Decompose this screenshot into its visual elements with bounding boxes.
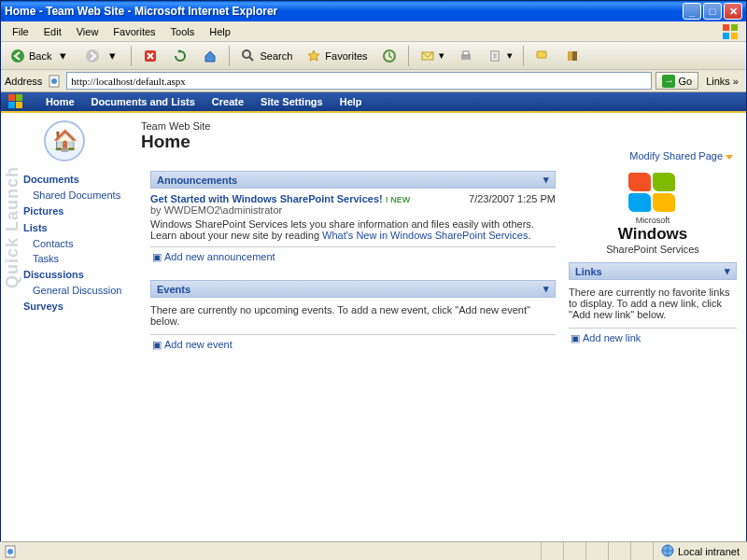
- plus-icon: ▣: [152, 339, 162, 350]
- side-column: Microsoft Windows SharePoint Services Li…: [569, 171, 737, 533]
- nav-documents-lists[interactable]: Documents and Lists: [92, 96, 195, 107]
- modify-shared-page[interactable]: Modify Shared Page: [629, 150, 733, 161]
- svg-point-4: [11, 49, 24, 63]
- page-status-icon: [4, 545, 17, 558]
- ie-logo-icon: [718, 21, 742, 42]
- search-icon: [240, 48, 257, 64]
- webpart-menu-icon[interactable]: ▾: [543, 283, 549, 295]
- svg-point-7: [243, 50, 250, 58]
- plus-icon: ▣: [152, 251, 162, 262]
- nav-home[interactable]: Home: [46, 96, 75, 107]
- svg-rect-16: [572, 51, 577, 61]
- new-badge: ! NEW: [386, 195, 411, 204]
- address-input[interactable]: [66, 72, 652, 90]
- svg-rect-19: [8, 94, 15, 101]
- minimize-button[interactable]: _: [683, 3, 701, 20]
- close-button[interactable]: ✕: [724, 3, 742, 20]
- svg-rect-2: [723, 33, 729, 39]
- menu-edit[interactable]: Edit: [36, 24, 69, 39]
- forward-button[interactable]: ▾: [79, 45, 125, 67]
- research-button[interactable]: [559, 45, 585, 67]
- svg-point-5: [86, 49, 99, 63]
- webpart-title-events: Events ▾: [150, 280, 556, 298]
- svg-rect-15: [568, 51, 572, 61]
- nav-create[interactable]: Create: [212, 96, 244, 107]
- plus-icon: ▣: [571, 332, 580, 343]
- brand-microsoft: Microsoft: [569, 216, 737, 225]
- status-cell: [608, 542, 630, 560]
- status-cell: [541, 542, 563, 560]
- status-cell: [630, 542, 653, 560]
- history-button[interactable]: [376, 45, 402, 67]
- links-menu[interactable]: Links »: [702, 76, 742, 87]
- menu-help[interactable]: Help: [202, 24, 238, 39]
- ql-contacts[interactable]: Contacts: [23, 236, 135, 251]
- webpart-title-links: Links ▾: [569, 262, 737, 280]
- refresh-button[interactable]: [167, 45, 193, 67]
- add-announcement[interactable]: ▣Add new announcement: [150, 246, 556, 267]
- go-icon: →: [662, 75, 675, 88]
- stop-icon: [142, 48, 159, 64]
- stop-button[interactable]: [137, 45, 163, 67]
- announcement-date: 7/23/2007 1:25 PM: [469, 193, 556, 204]
- status-cell: [585, 542, 608, 560]
- favorites-button[interactable]: Favorites: [301, 45, 372, 67]
- ql-discussions[interactable]: Discussions: [23, 266, 135, 283]
- mail-button[interactable]: ▾: [415, 45, 449, 67]
- separator: [229, 46, 230, 66]
- maximize-button[interactable]: □: [703, 3, 722, 20]
- webpart-menu-icon[interactable]: ▾: [543, 174, 549, 186]
- add-link[interactable]: ▣Add new link: [569, 328, 737, 348]
- menu-tools[interactable]: Tools: [163, 24, 203, 39]
- separator: [523, 46, 524, 66]
- dropdown-icon: ▾: [104, 48, 120, 64]
- home-button[interactable]: [197, 45, 223, 67]
- ql-tasks[interactable]: Tasks: [23, 251, 135, 266]
- svg-point-24: [7, 549, 13, 554]
- ql-surveys[interactable]: Surveys: [23, 298, 135, 315]
- back-button[interactable]: Back ▾: [5, 45, 76, 67]
- svg-rect-22: [16, 102, 22, 108]
- print-button[interactable]: [453, 45, 479, 67]
- announcement-body: Windows SharePoint Services lets you sha…: [150, 218, 556, 241]
- address-bar: Address → Go Links »: [1, 70, 746, 92]
- search-button[interactable]: Search: [235, 45, 297, 67]
- main-content: Quick Launch Documents Shared Documents …: [1, 167, 746, 537]
- announcement-title[interactable]: Get Started with Windows SharePoint Serv…: [150, 193, 383, 204]
- sharepoint-nav: Home Documents and Lists Create Site Set…: [1, 92, 746, 113]
- ql-documents[interactable]: Documents: [23, 171, 135, 188]
- security-zone[interactable]: Local intranet: [653, 542, 747, 560]
- menu-view[interactable]: View: [69, 24, 106, 39]
- discuss-button[interactable]: [529, 45, 556, 67]
- nav-site-settings[interactable]: Site Settings: [261, 96, 323, 107]
- windows-flag-icon: [627, 171, 679, 214]
- svg-rect-12: [463, 51, 469, 55]
- go-label: Go: [678, 76, 692, 87]
- edit-button[interactable]: ▾: [483, 45, 517, 67]
- separator: [131, 46, 132, 66]
- ql-pictures[interactable]: Pictures: [23, 203, 135, 219]
- quick-launch-label: Quick Launch: [3, 166, 22, 288]
- menu-bar: File Edit View Favorites Tools Help: [1, 21, 746, 42]
- ql-shared-documents[interactable]: Shared Documents: [23, 188, 135, 203]
- quick-launch: Quick Launch Documents Shared Documents …: [1, 167, 141, 537]
- dropdown-icon: [726, 155, 733, 160]
- webpart-events: Events ▾ There are currently no upcoming…: [150, 280, 556, 355]
- history-icon: [381, 48, 398, 64]
- add-event[interactable]: ▣Add new event: [150, 334, 556, 355]
- webpart-menu-icon[interactable]: ▾: [725, 265, 730, 277]
- whats-new-link[interactable]: What's New in Windows SharePoint Service…: [322, 230, 528, 241]
- menu-file[interactable]: File: [5, 24, 36, 39]
- ql-lists[interactable]: Lists: [23, 219, 135, 236]
- intranet-icon: [661, 544, 674, 559]
- content-area: Announcements ▾ 7/23/2007 1:25 PM Get St…: [141, 167, 746, 537]
- page-header: 🏠 Team Web Site Home Modify Shared Page: [1, 113, 746, 167]
- go-button[interactable]: → Go: [655, 72, 698, 90]
- page-icon: [46, 73, 63, 90]
- print-icon: [458, 48, 474, 64]
- menu-favorites[interactable]: Favorites: [106, 24, 162, 39]
- ql-general-discussion[interactable]: General Discussion: [23, 283, 135, 298]
- nav-help[interactable]: Help: [340, 96, 362, 107]
- webpart-links: Links ▾ There are currently no favorite …: [569, 262, 737, 348]
- svg-rect-20: [16, 94, 22, 101]
